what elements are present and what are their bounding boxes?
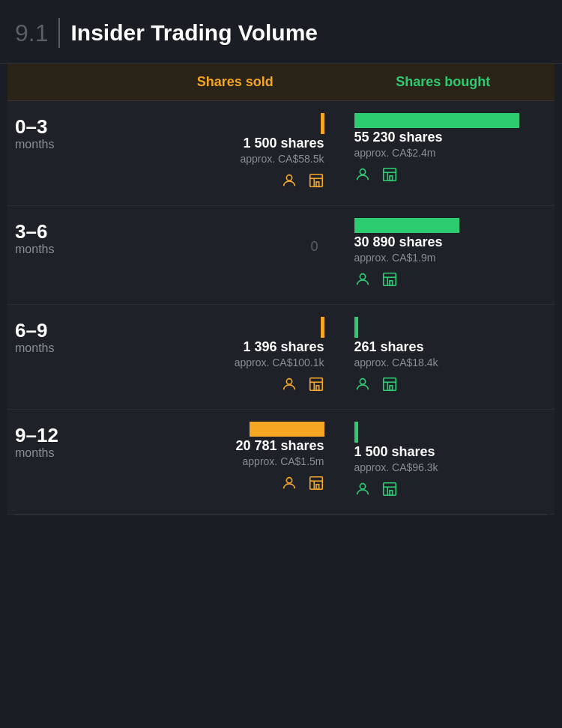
sold-cell: 1 396 shares approx. CA$100.1k: [131, 317, 339, 395]
bought-shares: 1 500 shares: [354, 444, 435, 460]
page-header: 9.1 Insider Trading Volume: [0, 0, 562, 64]
sold-shares: 1 396 shares: [243, 339, 324, 355]
sold-approx: approx. CA$58.5k: [240, 153, 324, 165]
shares-bought-header: Shares bought: [339, 74, 548, 90]
table-row: 3–6 months 0 30 890 shares approx. CA$1.…: [7, 206, 555, 305]
sold-approx: approx. CA$100.1k: [235, 357, 324, 368]
bought-bar: [354, 113, 519, 128]
sold-bar: [321, 317, 324, 338]
svg-point-0: [286, 175, 291, 181]
bought-cell: 1 500 shares approx. CA$96.3k: [339, 422, 548, 500]
bought-icons: [354, 271, 398, 291]
svg-rect-24: [390, 386, 393, 390]
table-row: 9–12 months 20 781 shares approx. CA$1.5…: [7, 410, 555, 515]
sold-cell: 0: [131, 218, 339, 255]
period-sub: months: [15, 243, 131, 256]
sold-icons: [281, 172, 324, 192]
section-number: 9.1: [15, 19, 48, 47]
period-range: 6–9: [15, 320, 131, 342]
sold-building-icon[interactable]: [308, 376, 324, 395]
bought-building-icon[interactable]: [381, 376, 398, 395]
table-body: 0–3 months 1 500 shares approx. CA$58.5k…: [7, 101, 555, 515]
svg-rect-14: [390, 281, 393, 285]
page-title: Insider Trading Volume: [70, 20, 318, 46]
bottom-divider: [15, 515, 547, 515]
bought-shares: 30 890 shares: [354, 234, 443, 250]
svg-rect-29: [316, 485, 319, 489]
svg-rect-4: [316, 182, 319, 186]
sold-person-icon[interactable]: [281, 475, 297, 494]
svg-point-15: [286, 379, 291, 384]
sold-shares: 20 781 shares: [235, 438, 324, 454]
sold-shares: 1 500 shares: [243, 136, 324, 151]
bought-shares: 55 230 shares: [354, 130, 443, 145]
svg-rect-9: [390, 176, 393, 181]
table-row: 0–3 months 1 500 shares approx. CA$58.5k…: [7, 101, 555, 206]
bought-person-icon[interactable]: [354, 166, 371, 186]
bought-cell: 261 shares approx. CA$18.4k: [339, 317, 548, 395]
bought-approx: approx. CA$96.3k: [354, 461, 438, 473]
bought-shares: 261 shares: [354, 339, 424, 355]
bought-icons: [354, 481, 398, 500]
bought-cell: 55 230 shares approx. CA$2.4m: [339, 113, 548, 186]
sold-icons: [281, 376, 324, 395]
bought-person-icon[interactable]: [354, 481, 371, 500]
bought-building-icon[interactable]: [381, 166, 398, 186]
period-cell: 9–12 months: [15, 422, 131, 460]
sold-cell: 1 500 shares approx. CA$58.5k: [131, 113, 339, 192]
zero-value: 0: [310, 239, 324, 255]
shares-sold-header: Shares sold: [131, 74, 339, 90]
svg-point-20: [360, 379, 365, 384]
period-cell: 3–6 months: [15, 218, 131, 256]
period-cell: 6–9 months: [15, 317, 131, 355]
table-row: 6–9 months 1 396 shares approx. CA$100.1…: [7, 305, 555, 410]
sold-bar: [321, 113, 324, 134]
sold-person-icon[interactable]: [281, 376, 297, 395]
sold-cell: 20 781 shares approx. CA$1.5m: [131, 422, 339, 494]
bought-building-icon[interactable]: [381, 481, 398, 500]
period-sub: months: [15, 138, 131, 151]
sold-bar: [250, 422, 324, 437]
bought-bar: [354, 422, 358, 443]
bought-approx: approx. CA$1.9m: [354, 252, 436, 264]
svg-point-30: [360, 484, 365, 489]
sold-icons: [281, 475, 324, 494]
bought-approx: approx. CA$2.4m: [354, 147, 436, 159]
sold-bar-container: [131, 113, 324, 134]
sold-building-icon[interactable]: [308, 172, 324, 192]
sold-approx: approx. CA$1.5m: [243, 455, 324, 467]
sold-bar-container: [131, 422, 324, 437]
bought-icons: [354, 376, 398, 395]
sold-person-icon[interactable]: [281, 172, 297, 192]
header-divider: [58, 18, 60, 48]
period-column-header: [15, 74, 131, 90]
bought-bar-container: [354, 317, 548, 338]
period-range: 9–12: [15, 425, 131, 446]
bought-bar-container: [354, 113, 548, 128]
svg-point-25: [286, 478, 291, 483]
bought-approx: approx. CA$18.4k: [354, 357, 438, 368]
bought-icons: [354, 166, 398, 186]
period-sub: months: [15, 342, 131, 355]
trading-table: Shares sold Shares bought 0–3 months 1 5…: [0, 64, 562, 515]
period-sub: months: [15, 446, 131, 460]
period-range: 0–3: [15, 116, 131, 138]
svg-point-5: [360, 169, 365, 175]
period-cell: 0–3 months: [15, 113, 131, 151]
table-header-row: Shares sold Shares bought: [7, 64, 555, 101]
sold-bar-container: [131, 317, 324, 338]
bought-cell: 30 890 shares approx. CA$1.9m: [339, 218, 548, 291]
bought-bar-container: [354, 422, 548, 443]
bought-person-icon[interactable]: [354, 271, 371, 291]
sold-building-icon[interactable]: [308, 475, 324, 494]
bought-building-icon[interactable]: [381, 271, 398, 291]
bought-bar-container: [354, 218, 548, 233]
bought-bar: [354, 317, 358, 338]
bought-bar: [354, 218, 459, 233]
svg-point-10: [360, 274, 365, 279]
bought-person-icon[interactable]: [354, 376, 371, 395]
svg-rect-19: [316, 386, 319, 390]
svg-rect-34: [390, 491, 393, 495]
period-range: 3–6: [15, 221, 131, 243]
